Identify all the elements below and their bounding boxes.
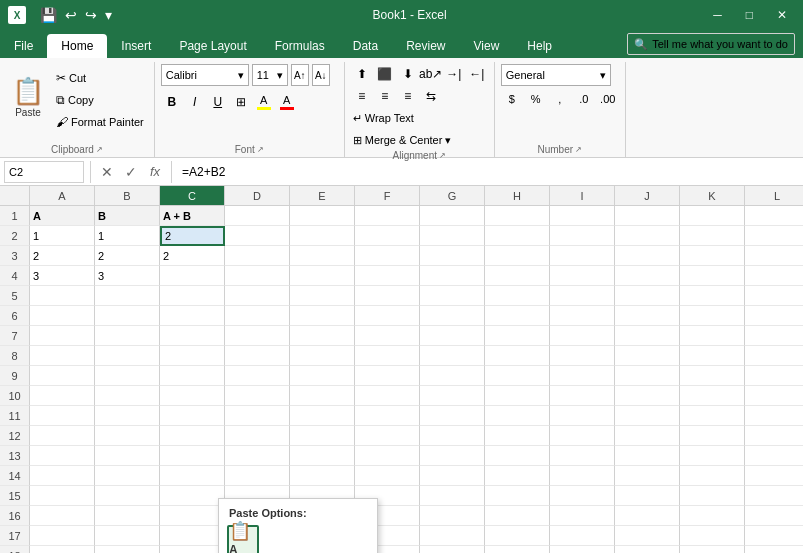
cell-c1[interactable]: A + B	[160, 206, 225, 226]
borders-button[interactable]: ⊞	[230, 91, 252, 113]
cell-f1[interactable]	[355, 206, 420, 226]
cell-i3[interactable]	[550, 246, 615, 266]
cell-a4[interactable]: 3	[30, 266, 95, 286]
wrap-text-button[interactable]: ↵ Wrap Text	[351, 108, 488, 128]
cell-d3[interactable]	[225, 246, 290, 266]
paste-keep-source-button[interactable]: 📋A	[227, 525, 259, 553]
fx-button[interactable]: fx	[145, 161, 165, 183]
clipboard-expand-icon[interactable]: ↗	[96, 145, 103, 154]
col-header-e[interactable]: E	[290, 186, 355, 205]
col-header-i[interactable]: I	[550, 186, 615, 205]
cell-g1[interactable]	[420, 206, 485, 226]
tab-file[interactable]: File	[0, 34, 47, 58]
cell-b2[interactable]: 1	[95, 226, 160, 246]
name-box[interactable]: C2	[4, 161, 84, 183]
close-button[interactable]: ✕	[769, 8, 795, 22]
cell-l2[interactable]	[745, 226, 803, 246]
align-right-button[interactable]: ≡	[397, 86, 419, 106]
merge-center-button[interactable]: ⊞ Merge & Center ▾	[351, 130, 488, 150]
cell-j4[interactable]	[615, 266, 680, 286]
cell-e4[interactable]	[290, 266, 355, 286]
cell-j3[interactable]	[615, 246, 680, 266]
cell-b4[interactable]: 3	[95, 266, 160, 286]
decrease-indent-button[interactable]: ←|	[466, 64, 488, 84]
col-header-g[interactable]: G	[420, 186, 485, 205]
cell-h2[interactable]	[485, 226, 550, 246]
cell-g4[interactable]	[420, 266, 485, 286]
cell-a1[interactable]: A	[30, 206, 95, 226]
row-number[interactable]: 2	[0, 226, 30, 246]
increase-decimal-button[interactable]: .0	[573, 89, 595, 109]
cell-l4[interactable]	[745, 266, 803, 286]
tab-view[interactable]: View	[460, 34, 514, 58]
font-color-button[interactable]: A	[276, 91, 298, 113]
cell-f2[interactable]	[355, 226, 420, 246]
cell-j1[interactable]	[615, 206, 680, 226]
save-button[interactable]: 💾	[38, 5, 59, 25]
cancel-formula-button[interactable]: ✕	[97, 161, 117, 183]
tab-help[interactable]: Help	[513, 34, 566, 58]
col-header-c[interactable]: C	[160, 186, 225, 205]
decrease-font-button[interactable]: A↓	[312, 64, 330, 86]
font-expand-icon[interactable]: ↗	[257, 145, 264, 154]
cell-i4[interactable]	[550, 266, 615, 286]
italic-button[interactable]: I	[184, 91, 206, 113]
cell-k3[interactable]	[680, 246, 745, 266]
cell-k1[interactable]	[680, 206, 745, 226]
redo-button[interactable]: ↪	[83, 5, 99, 25]
tab-data[interactable]: Data	[339, 34, 392, 58]
cell-h4[interactable]	[485, 266, 550, 286]
undo-button[interactable]: ↩	[63, 5, 79, 25]
font-name-dropdown[interactable]: Calibri ▾	[161, 64, 249, 86]
cell-d1[interactable]	[225, 206, 290, 226]
cell-g2[interactable]	[420, 226, 485, 246]
fill-color-button[interactable]: A	[253, 91, 275, 113]
cell-h1[interactable]	[485, 206, 550, 226]
tab-page-layout[interactable]: Page Layout	[165, 34, 260, 58]
row-number[interactable]: 3	[0, 246, 30, 266]
cell-i1[interactable]	[550, 206, 615, 226]
cell-a2[interactable]: 1	[30, 226, 95, 246]
col-header-a[interactable]: A	[30, 186, 95, 205]
bold-button[interactable]: B	[161, 91, 183, 113]
cell-b3[interactable]: 2	[95, 246, 160, 266]
align-left-button[interactable]: ≡	[351, 86, 373, 106]
comma-button[interactable]: ,	[549, 89, 571, 109]
tell-me-input[interactable]: 🔍 Tell me what you want to do	[627, 33, 795, 55]
minimize-button[interactable]: ─	[705, 8, 730, 22]
increase-font-button[interactable]: A↑	[291, 64, 309, 86]
number-format-dropdown[interactable]: General ▾	[501, 64, 611, 86]
cell-d4[interactable]	[225, 266, 290, 286]
align-middle-button[interactable]: ⬛	[374, 64, 396, 84]
cell-c3[interactable]: 2	[160, 246, 225, 266]
cell-e1[interactable]	[290, 206, 355, 226]
orientation-button[interactable]: ab↗	[420, 64, 442, 84]
cell-e2[interactable]	[290, 226, 355, 246]
paste-button[interactable]: 📋 Paste	[6, 64, 50, 130]
col-header-l[interactable]: L	[745, 186, 803, 205]
cell-d2[interactable]	[225, 226, 290, 246]
percent-button[interactable]: %	[525, 89, 547, 109]
cell-c4[interactable]	[160, 266, 225, 286]
align-bottom-button[interactable]: ⬇	[397, 64, 419, 84]
col-header-b[interactable]: B	[95, 186, 160, 205]
customize-qat-button[interactable]: ▾	[103, 5, 114, 25]
tab-insert[interactable]: Insert	[107, 34, 165, 58]
tab-review[interactable]: Review	[392, 34, 459, 58]
cell-f4[interactable]	[355, 266, 420, 286]
alignment-expand-icon[interactable]: ↗	[439, 151, 446, 160]
currency-button[interactable]: $	[501, 89, 523, 109]
cell-k2[interactable]	[680, 226, 745, 246]
rtl-button[interactable]: ⇆	[420, 86, 442, 106]
copy-button[interactable]: ⧉ Copy	[52, 90, 148, 110]
cut-button[interactable]: ✂ Cut	[52, 68, 148, 88]
format-painter-button[interactable]: 🖌 Format Painter	[52, 112, 148, 132]
col-header-f[interactable]: F	[355, 186, 420, 205]
cell-g3[interactable]	[420, 246, 485, 266]
formula-input[interactable]	[178, 161, 799, 183]
align-center-button[interactable]: ≡	[374, 86, 396, 106]
align-top-button[interactable]: ⬆	[351, 64, 373, 84]
cell-j2[interactable]	[615, 226, 680, 246]
cell-l3[interactable]	[745, 246, 803, 266]
row-number[interactable]: 4	[0, 266, 30, 286]
